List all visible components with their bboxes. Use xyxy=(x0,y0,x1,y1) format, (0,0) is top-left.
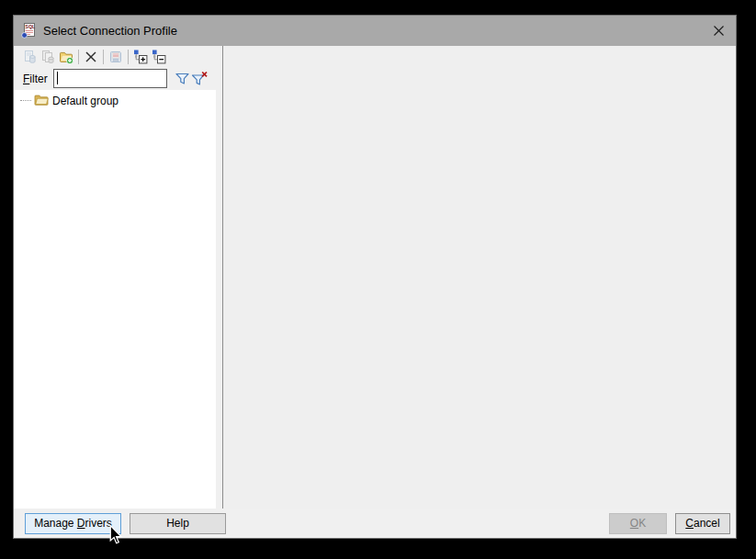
connection-details-panel xyxy=(223,46,736,509)
filter-row: Filter xyxy=(14,67,216,90)
help-button[interactable]: Help xyxy=(130,513,226,534)
filter-input[interactable] xyxy=(53,69,168,88)
paste-connection-icon[interactable] xyxy=(39,48,57,66)
titlebar: SQL Select Connection Profile xyxy=(14,16,736,46)
sql-file-icon: SQL xyxy=(21,23,37,39)
dialog-content: Filter xyxy=(14,46,736,509)
ok-button[interactable]: OK xyxy=(609,513,667,534)
toolbar-separator xyxy=(103,50,104,64)
panel-sash[interactable] xyxy=(216,46,222,509)
text-caret xyxy=(57,72,58,84)
filter-icon[interactable] xyxy=(174,70,191,88)
cancel-button[interactable]: Cancel xyxy=(675,513,730,534)
delete-icon[interactable] xyxy=(82,48,100,66)
connection-list-panel: Filter xyxy=(14,46,216,509)
select-connection-profile-dialog: SQL Select Connection Profile xyxy=(13,15,737,539)
svg-text:SQL: SQL xyxy=(25,24,36,29)
toolbar-separator xyxy=(128,50,129,64)
save-icon[interactable] xyxy=(107,48,125,66)
tree-item-default-group[interactable]: Default group xyxy=(14,93,216,108)
close-icon[interactable] xyxy=(701,16,736,46)
connection-tree: Default group xyxy=(14,90,216,509)
tree-item-label: Default group xyxy=(52,95,118,107)
collapse-all-icon[interactable] xyxy=(150,48,168,66)
tree-connector xyxy=(20,100,31,101)
clear-filter-icon[interactable] xyxy=(191,70,209,88)
expand-all-icon[interactable] xyxy=(131,48,150,66)
profile-toolbar xyxy=(14,46,216,67)
folder-icon xyxy=(34,93,49,109)
window-title: Select Connection Profile xyxy=(43,24,177,38)
copy-connection-icon[interactable] xyxy=(20,48,39,66)
filter-label: Filter xyxy=(23,73,48,85)
manage-drivers-button[interactable]: Manage Drivers xyxy=(25,513,121,534)
new-folder-icon[interactable] xyxy=(57,48,75,66)
mouse-cursor xyxy=(109,525,122,549)
toolbar-separator xyxy=(78,50,79,64)
